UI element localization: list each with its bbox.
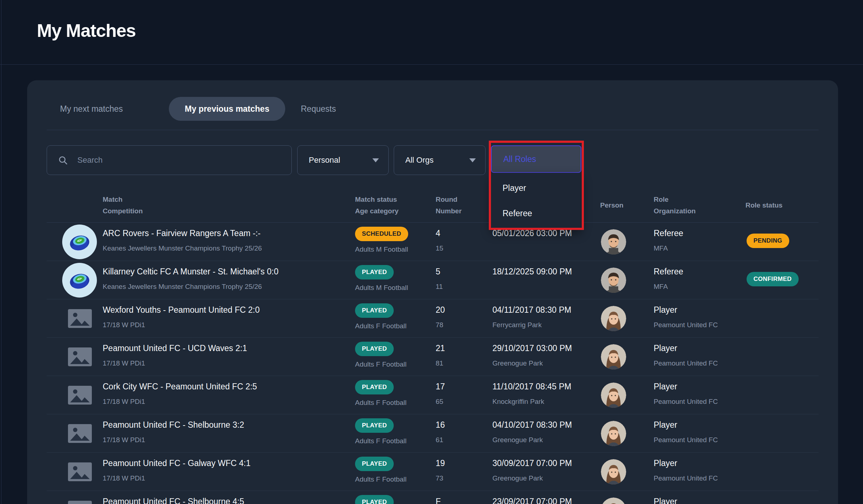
role: Player bbox=[654, 497, 677, 504]
match-number: 81 bbox=[436, 359, 443, 367]
match-date: 11/10/2017 08:45 PM bbox=[492, 382, 571, 392]
role: Player bbox=[654, 343, 677, 353]
avatar bbox=[601, 421, 626, 446]
search-input[interactable]: Search bbox=[47, 145, 292, 175]
match-status-badge: SCHEDULED bbox=[355, 227, 408, 241]
match-venue: Ferrycarrig Park bbox=[492, 321, 542, 329]
image-placeholder-icon bbox=[68, 501, 92, 504]
match-competition: Keanes Jewellers Munster Champions Troph… bbox=[103, 244, 262, 252]
table-row[interactable]: Peamount United FC - Shelbourne 4:5 PLAY… bbox=[47, 491, 819, 504]
match-competition: 17/18 W PDi1 bbox=[103, 359, 145, 367]
avatar bbox=[601, 459, 626, 484]
match-thumbnail bbox=[62, 263, 97, 298]
avatar bbox=[601, 497, 626, 504]
table-header-row: MatchCompetition Match statusAge categor… bbox=[47, 194, 819, 217]
match-thumbnail bbox=[62, 225, 97, 259]
match-thumbnail bbox=[62, 493, 97, 504]
column-header-role: RoleOrganization bbox=[654, 194, 696, 217]
table-row[interactable]: Cork City WFC - Peamount United FC 2:5 1… bbox=[47, 376, 819, 414]
match-thumbnail bbox=[62, 454, 97, 489]
role-organization: Peamount United FC bbox=[654, 436, 718, 444]
club-logo bbox=[62, 263, 97, 298]
search-icon bbox=[58, 155, 68, 165]
table-row[interactable]: Peamount United FC - Galway WFC 4:1 17/1… bbox=[47, 453, 819, 491]
table-row[interactable]: Killarney Celtic FC A Munster - St. Mich… bbox=[47, 261, 819, 299]
match-number: 65 bbox=[436, 398, 443, 406]
round: 21 bbox=[436, 343, 445, 353]
table-row[interactable]: Peamount United FC - UCD Waves 2:1 17/18… bbox=[47, 338, 819, 376]
org-select[interactable]: All Orgs bbox=[394, 145, 486, 175]
match-date: 04/11/2017 08:30 PM bbox=[492, 305, 571, 315]
match-number: 78 bbox=[436, 321, 443, 329]
match-status-badge: PLAYED bbox=[355, 342, 394, 356]
image-placeholder-icon bbox=[68, 424, 92, 443]
chevron-down-icon bbox=[469, 158, 476, 162]
context-select-value: Personal bbox=[309, 155, 340, 165]
avatar-male bbox=[601, 268, 626, 293]
age-category: Adults F Football bbox=[355, 437, 407, 445]
org-select-value: All Orgs bbox=[405, 155, 433, 165]
match-date: 29/10/2017 03:00 PM bbox=[492, 343, 572, 353]
match-date: 23/09/2017 07:00 PM bbox=[492, 497, 572, 504]
match-thumbnail bbox=[62, 416, 97, 451]
match-thumbnail bbox=[62, 378, 97, 413]
round: 5 bbox=[436, 267, 440, 277]
match-status-badge: PLAYED bbox=[355, 303, 394, 318]
context-select[interactable]: Personal bbox=[297, 145, 389, 175]
tab-my-previous-matches[interactable]: My previous matches bbox=[169, 97, 285, 121]
column-header-status: Match statusAge category bbox=[355, 194, 398, 217]
age-category: Adults F Football bbox=[355, 360, 407, 368]
image-placeholder-icon bbox=[68, 309, 92, 328]
table-row[interactable]: Peamount United FC - Shelbourne 3:2 17/1… bbox=[47, 414, 819, 453]
match-competition: 17/18 W PDi1 bbox=[103, 398, 145, 406]
match-competition: 17/18 W PDi1 bbox=[103, 321, 145, 329]
match-title: Peamount United FC - UCD Waves 2:1 bbox=[103, 343, 247, 353]
match-venue: Greenogue Park bbox=[492, 436, 543, 444]
matches-card: My next matches My previous matches Requ… bbox=[27, 80, 838, 504]
age-category: Adults F Football bbox=[355, 475, 407, 483]
avatar bbox=[601, 268, 626, 293]
match-number: 11 bbox=[436, 283, 443, 291]
avatar-female bbox=[601, 344, 626, 370]
role-organization: Peamount United FC bbox=[654, 474, 718, 482]
role-option-player[interactable]: Player bbox=[491, 183, 581, 193]
match-competition: 17/18 W PDi1 bbox=[103, 436, 145, 444]
age-category: Adults F Football bbox=[355, 322, 407, 330]
role-select[interactable]: All Roles bbox=[491, 145, 581, 173]
match-title: Peamount United FC - Galway WFC 4:1 bbox=[103, 458, 251, 468]
image-placeholder-icon bbox=[68, 386, 92, 405]
round: 20 bbox=[436, 305, 445, 315]
match-title: Cork City WFC - Peamount United FC 2:5 bbox=[103, 382, 257, 392]
role-select-menu: Player Referee bbox=[491, 173, 581, 229]
avatar-female bbox=[601, 421, 626, 446]
role-organization: MFA bbox=[654, 244, 668, 252]
match-venue: Greenogue Park bbox=[492, 474, 543, 482]
role: Player bbox=[654, 305, 677, 315]
role: Player bbox=[654, 420, 677, 430]
tabs-divider bbox=[47, 130, 819, 130]
column-header-person: Person bbox=[600, 200, 623, 211]
table-row[interactable]: Wexford Youths - Peamount United FC 2:0 … bbox=[47, 299, 819, 338]
search-placeholder: Search bbox=[77, 155, 103, 165]
age-category: Adults M Football bbox=[355, 284, 408, 292]
role-select-value: All Roles bbox=[503, 154, 536, 164]
tab-requests[interactable]: Requests bbox=[301, 97, 336, 121]
match-title: Peamount United FC - Shelbourne 3:2 bbox=[103, 420, 244, 430]
match-venue: Greenogue Park bbox=[492, 359, 543, 367]
match-number: 73 bbox=[436, 474, 443, 482]
avatar bbox=[601, 306, 626, 331]
match-number: 15 bbox=[436, 244, 443, 252]
role: Referee bbox=[654, 228, 683, 238]
role-option-referee[interactable]: Referee bbox=[491, 209, 581, 218]
filter-row: Search Personal All Orgs bbox=[27, 145, 838, 175]
round: 19 bbox=[436, 458, 445, 468]
avatar-female bbox=[601, 306, 626, 331]
table-row[interactable]: ARC Rovers - Fairview Rangers A Team -:-… bbox=[47, 223, 819, 261]
avatar-male bbox=[601, 229, 626, 255]
role-status-badge: PENDING bbox=[747, 234, 789, 248]
match-title: Killarney Celtic FC A Munster - St. Mich… bbox=[103, 267, 278, 277]
age-category: Adults F Football bbox=[355, 399, 407, 407]
match-status-badge: PLAYED bbox=[355, 457, 394, 471]
column-header-match: MatchCompetition bbox=[103, 194, 143, 217]
tab-my-next-matches[interactable]: My next matches bbox=[60, 97, 123, 121]
